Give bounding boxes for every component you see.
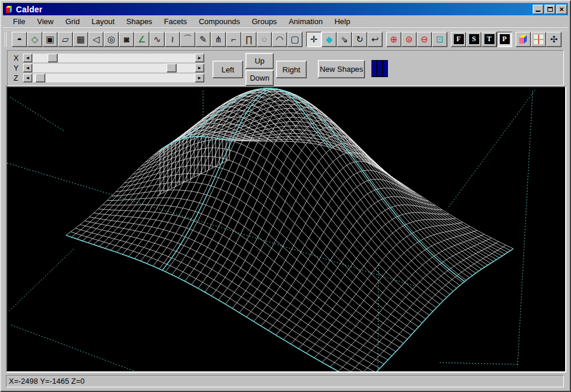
minimize-button[interactable] (533, 5, 543, 14)
menu-file[interactable]: File (8, 16, 31, 27)
rect-nodes-tool-icon[interactable]: ▢ (287, 32, 303, 47)
menu-groups[interactable]: Groups (247, 16, 283, 27)
small-curve-tool-icon[interactable]: ≀ (165, 32, 180, 47)
spiral-tool-icon[interactable]: ◙ (119, 32, 134, 47)
slider-z-label: Z (14, 74, 23, 82)
zoom-region-icon-glyph: ⊡ (436, 34, 444, 45)
new-shapes-button[interactable]: New Shapes (318, 60, 365, 78)
slider-x-track[interactable]: ◄► (23, 54, 204, 62)
u-shape-tool-icon-glyph: ∏ (245, 34, 253, 44)
text-mode-icon-glyph: T (484, 34, 494, 44)
sphere-tool-icon[interactable]: ◓ (12, 32, 27, 47)
toolbar-grip[interactable] (5, 32, 8, 47)
menu-view[interactable]: View (32, 16, 59, 27)
close-icon: × (559, 6, 564, 12)
slider-z-arrow-left[interactable]: ◄ (23, 74, 32, 82)
slider-z-thumb[interactable] (35, 74, 45, 82)
torus-tool-icon[interactable]: ◎ (104, 32, 119, 47)
pen-tool-icon[interactable]: ✎ (195, 32, 211, 47)
pointer-tool-icon-glyph: ⇘ (341, 34, 348, 45)
arc-nodes-tool-icon-glyph: ◠ (275, 34, 283, 45)
facets-mode-icon-glyph: F (454, 34, 464, 44)
menu-animation[interactable]: Animation (283, 16, 328, 27)
move-tool-icon-glyph: ✛ (310, 34, 318, 45)
polyline-tool-icon[interactable]: ∠ (134, 32, 150, 47)
viewport (6, 86, 566, 373)
slider-z-track[interactable]: ◄► (23, 74, 204, 82)
cone-tool-icon[interactable]: ◁ (88, 32, 104, 47)
pinwheel-icon-glyph: ✣ (550, 34, 558, 45)
left-button[interactable]: Left (213, 61, 243, 78)
grid-tool-icon-glyph: ▦ (77, 34, 85, 45)
up-button[interactable]: Up (245, 53, 274, 69)
zoom-reset-icon[interactable]: ⊜ (401, 32, 417, 47)
slider-y-arrow-left[interactable]: ◄ (23, 64, 32, 72)
right-button[interactable]: Right (276, 61, 307, 78)
window-title: Calder (16, 5, 42, 14)
undo-move-tool-icon-glyph: ↩ (371, 34, 379, 45)
move-tool-icon[interactable]: ✛ (306, 32, 321, 47)
select-point-tool-icon-glyph: ◆ (326, 34, 333, 45)
rect-nodes-tool-icon-glyph: ▢ (291, 34, 299, 45)
arc-tool-icon[interactable]: ⌒ (180, 32, 195, 47)
shapes-mode-icon[interactable]: S (466, 32, 482, 47)
grid-tool-icon[interactable]: ▦ (73, 32, 88, 47)
menu-facets[interactable]: Facets (159, 16, 192, 27)
undo-move-tool-icon[interactable]: ↩ (367, 32, 383, 47)
zoom-out-icon[interactable]: ⊖ (417, 32, 432, 47)
maximize-button[interactable] (545, 5, 555, 14)
down-button[interactable]: Down (245, 70, 274, 86)
maximize-icon (547, 7, 553, 12)
torus-tool-icon-glyph: ◎ (107, 34, 115, 45)
slider-z-arrow-right[interactable]: ► (195, 74, 204, 82)
minimize-icon (536, 11, 540, 12)
controls-toolbar: Left Up Down Right New Shapes X◄►Y◄►Z◄► (7, 50, 564, 86)
pointer-tool-icon[interactable]: ⇘ (337, 32, 352, 47)
mesh-shape-tool-icon[interactable]: ◇ (27, 32, 42, 47)
slider-x-thumb[interactable] (48, 54, 58, 62)
ramp-tool-icon[interactable]: ▱ (58, 32, 73, 47)
pinwheel-icon[interactable]: ✣ (546, 32, 562, 47)
zoom-region-icon[interactable]: ⊡ (432, 32, 447, 47)
slider-y-track[interactable]: ◄► (23, 64, 204, 72)
sphere-tool-icon-glyph: ◓ (16, 34, 22, 44)
circle-nodes-tool-icon[interactable]: ◌ (257, 32, 272, 47)
menu-layout[interactable]: Layout (86, 16, 119, 27)
slider-y-arrow-right[interactable]: ► (195, 64, 204, 72)
u-shape-tool-icon[interactable]: ∏ (241, 32, 257, 47)
slider-x-row: X◄► (14, 54, 204, 62)
node-line-tool-icon[interactable]: ⋔ (211, 32, 226, 47)
cone-tool-icon-glyph: ◁ (92, 34, 99, 45)
color-swatch[interactable] (371, 60, 388, 77)
small-curve-tool-icon-glyph: ≀ (171, 34, 174, 45)
slider-x-arrow-right[interactable]: ► (195, 54, 204, 62)
menu-compounds[interactable]: Compounds (194, 16, 245, 27)
elbow-pipe-tool-icon[interactable]: ⌐ (226, 32, 241, 47)
status-bar: X=-2498 Y=-1465 Z=0 (6, 374, 565, 388)
panel-tool-icon[interactable]: ▣ (42, 32, 58, 47)
arc-nodes-tool-icon[interactable]: ◠ (272, 32, 287, 47)
curve-tool-icon[interactable]: ∿ (150, 32, 165, 47)
facets-mode-icon[interactable]: F (451, 32, 466, 47)
viewport-canvas[interactable] (7, 87, 565, 371)
slider-x-arrow-left[interactable]: ◄ (23, 54, 32, 62)
menu-help[interactable]: Help (329, 16, 356, 27)
zoom-in-icon-glyph: ⊕ (390, 34, 398, 45)
zoom-in-icon[interactable]: ⊕ (386, 32, 401, 47)
points-mode-icon[interactable]: P (497, 32, 512, 47)
menu-grid[interactable]: Grid (60, 16, 85, 27)
color-cube-icon[interactable] (516, 32, 531, 47)
menu-bar: FileViewGridLayoutShapesFacetsCompoundsG… (3, 15, 568, 28)
main-toolbar: ◓◇▣▱▦◁◎◙∠∿≀⌒✎⋔⌐∏◌◠▢✛◆⇘↻↩⊕⊜⊖⊡FSTP✣ (3, 29, 568, 49)
spiral-tool-icon-glyph: ◙ (124, 34, 129, 44)
rotate-tool-icon[interactable]: ↻ (352, 32, 367, 47)
title-bar: Calder × (3, 3, 568, 15)
menu-shapes[interactable]: Shapes (121, 16, 158, 27)
app-icon (5, 5, 14, 14)
axes-cross-icon[interactable] (531, 32, 546, 47)
text-mode-icon[interactable]: T (482, 32, 497, 47)
slider-y-thumb[interactable] (167, 64, 177, 72)
close-button[interactable]: × (556, 5, 567, 14)
select-point-tool-icon[interactable]: ◆ (321, 32, 337, 47)
slider-z-row: Z◄► (14, 74, 204, 82)
